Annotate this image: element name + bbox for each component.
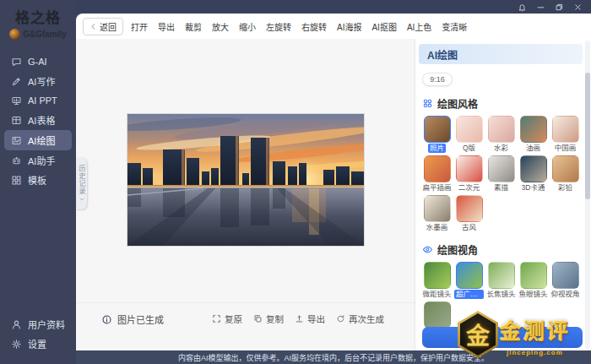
style-cell[interactable]: Q版 bbox=[454, 116, 484, 153]
style-cell[interactable]: 中国画 bbox=[550, 116, 580, 153]
minimize-button[interactable] bbox=[536, 3, 545, 12]
style-thumbnail bbox=[552, 116, 579, 143]
toolbar-items: 打开导出裁剪放大缩小左旋转右旋转AI海报AI抠图AI上色变清晰 bbox=[130, 20, 468, 33]
style-thumbnail bbox=[424, 116, 451, 143]
scrollbar-thumb[interactable] bbox=[585, 73, 590, 199]
image-action-button[interactable]: 复原 bbox=[212, 312, 242, 325]
style-section-label: 绘图风格 bbox=[437, 96, 478, 111]
sidebar-footer-item[interactable]: 设置 bbox=[4, 334, 72, 353]
image-action-button[interactable]: 导出 bbox=[295, 312, 325, 325]
view-cell[interactable]: 长焦镜头 bbox=[486, 262, 516, 299]
watermark-text: 金测评 bbox=[500, 314, 571, 345]
image-action-button[interactable]: 复制 bbox=[253, 312, 284, 325]
view-cell[interactable]: 微距镜头 bbox=[422, 262, 452, 299]
ppt-icon bbox=[11, 95, 22, 106]
view-cell[interactable]: 超广角镜头 bbox=[454, 262, 484, 299]
style-section-title: 绘图风格 bbox=[422, 96, 591, 111]
toolbar-item[interactable]: AI上色 bbox=[406, 20, 432, 33]
watermark-emblem-char: 金 bbox=[466, 318, 490, 351]
toolbar-item[interactable]: AI海报 bbox=[336, 20, 362, 33]
style-thumbnail bbox=[488, 155, 515, 182]
view-cell[interactable]: 仰视视角 bbox=[550, 262, 580, 299]
settings-icon bbox=[11, 339, 22, 350]
back-button[interactable]: 返回 bbox=[83, 18, 123, 35]
style-cell[interactable]: 水彩 bbox=[486, 116, 516, 153]
style-thumbnail bbox=[520, 155, 547, 182]
sidebar-footer-item[interactable]: 用户资料 bbox=[4, 315, 72, 334]
four-circles-icon bbox=[422, 98, 433, 109]
sidebar-item[interactable]: AI表格 bbox=[4, 111, 72, 129]
style-grid: 照片 Q版 水彩 油画 bbox=[415, 116, 584, 232]
regen-icon bbox=[336, 314, 345, 323]
titlebar bbox=[76, 0, 591, 14]
brand-name: G&Gfamily bbox=[23, 30, 67, 39]
sidebar-item[interactable]: G-AI bbox=[4, 52, 72, 71]
toolbar-item[interactable]: AI抠图 bbox=[371, 20, 397, 33]
generated-image[interactable] bbox=[127, 113, 365, 247]
right-panel: AI绘图 9:16 绘图风格 照片 Q版 bbox=[415, 39, 591, 350]
style-label: 中国画 bbox=[555, 144, 577, 153]
style-cell[interactable]: 素描 bbox=[486, 155, 516, 193]
toolbar-item[interactable]: 裁剪 bbox=[184, 20, 203, 33]
style-cell[interactable]: 二次元 bbox=[454, 155, 484, 193]
toolbar-item[interactable]: 放大 bbox=[211, 20, 230, 33]
style-label: 扁平插画 bbox=[422, 183, 451, 193]
style-thumbnail bbox=[424, 195, 451, 222]
style-thumbnail bbox=[520, 116, 547, 143]
style-label: 照片 bbox=[428, 144, 446, 153]
sidebar-footer-label: 用户资料 bbox=[28, 318, 65, 331]
sidebar-item[interactable]: AI写作 bbox=[4, 72, 72, 90]
view-thumbnail bbox=[424, 262, 451, 289]
style-label: 3D卡通 bbox=[522, 183, 545, 193]
write-icon bbox=[11, 76, 22, 87]
eye-icon bbox=[422, 244, 433, 255]
view-cell[interactable]: 鱼眼镜头 bbox=[518, 262, 548, 299]
toolbar-item[interactable]: 打开 bbox=[130, 20, 149, 33]
chat-icon bbox=[11, 57, 22, 68]
style-cell[interactable]: 水墨画 bbox=[422, 195, 452, 232]
generation-status-text: 图片已生成 bbox=[117, 312, 164, 326]
toolbar-item[interactable]: 导出 bbox=[157, 20, 176, 33]
style-cell[interactable]: 扁平插画 bbox=[422, 155, 452, 193]
user-icon bbox=[11, 319, 22, 330]
style-cell[interactable]: 彩铅 bbox=[550, 155, 580, 193]
view-thumbnail bbox=[456, 262, 483, 289]
toolbar-item[interactable]: 左旋转 bbox=[265, 20, 292, 33]
sidebar-item-label: 模板 bbox=[28, 173, 46, 187]
watermark-emblem-icon: 金 bbox=[458, 311, 498, 358]
style-label: 彩铅 bbox=[558, 183, 572, 193]
sidebar-item[interactable]: AI绘图 bbox=[4, 130, 72, 150]
view-label: 鱼眼镜头 bbox=[518, 290, 547, 299]
style-cell[interactable]: 3D卡通 bbox=[518, 155, 548, 193]
close-button[interactable] bbox=[573, 3, 583, 12]
watermark: 金 金测评 jinceping.com bbox=[456, 307, 589, 360]
notification-bell-icon[interactable] bbox=[518, 3, 527, 12]
history-panel-tab[interactable]: 历史记录 bbox=[76, 157, 87, 209]
view-thumbnail bbox=[552, 262, 579, 289]
style-label: Q版 bbox=[463, 144, 475, 153]
toolbar-item[interactable]: 右旋转 bbox=[301, 20, 328, 33]
sidebar: 格之格 G&Gfamily G-AI AI写作 AI PPT AI表格 bbox=[0, 0, 76, 364]
toolbar-item[interactable]: 缩小 bbox=[238, 20, 257, 33]
back-label: 返回 bbox=[100, 20, 117, 33]
toolbar-item[interactable]: 变清晰 bbox=[441, 20, 468, 33]
style-thumbnail bbox=[488, 116, 515, 143]
sidebar-item[interactable]: 模板 bbox=[4, 171, 72, 189]
image-action-button[interactable]: 再次生成 bbox=[336, 312, 384, 325]
sidebar-item[interactable]: AI助手 bbox=[4, 151, 72, 170]
image-action-label: 复原 bbox=[225, 312, 242, 325]
style-cell[interactable]: 古风 bbox=[454, 195, 484, 232]
view-label: 微距镜头 bbox=[422, 290, 451, 299]
view-thumbnail bbox=[520, 262, 547, 289]
view-thumbnail bbox=[424, 302, 451, 329]
sidebar-item-label: AI表格 bbox=[28, 113, 55, 127]
template-icon bbox=[11, 175, 22, 186]
style-thumbnail bbox=[552, 155, 579, 182]
aspect-ratio-pill[interactable]: 9:16 bbox=[422, 73, 453, 86]
maximize-button[interactable] bbox=[555, 3, 564, 12]
sidebar-item[interactable]: AI PPT bbox=[4, 91, 72, 110]
style-cell[interactable]: 油画 bbox=[518, 116, 548, 153]
panel-scrollbar[interactable] bbox=[585, 41, 590, 349]
style-cell[interactable]: 照片 bbox=[422, 116, 452, 153]
mascot-logo-icon bbox=[9, 29, 20, 40]
